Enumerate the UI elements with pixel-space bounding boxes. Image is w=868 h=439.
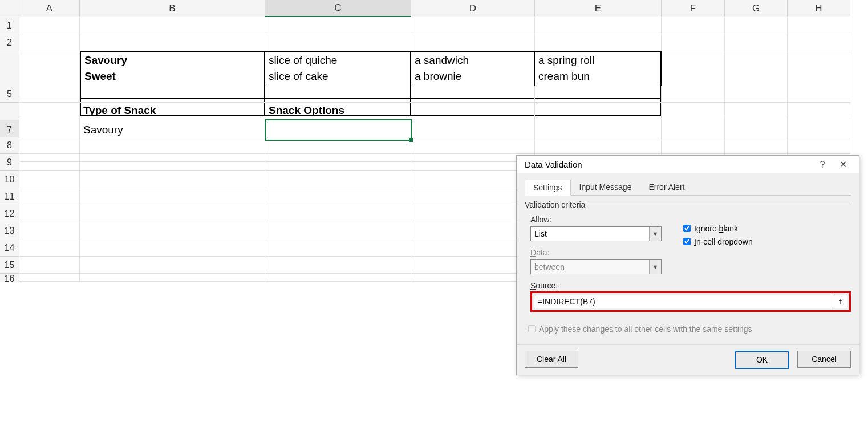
cell-C5[interactable] <box>265 86 411 103</box>
help-button[interactable]: ? <box>812 160 833 170</box>
row-header-1[interactable]: 1 <box>0 17 19 34</box>
cell-A8[interactable] <box>19 137 80 154</box>
cell-B13[interactable] <box>80 222 265 239</box>
cell-C15[interactable] <box>265 257 411 274</box>
col-header-F[interactable]: F <box>662 0 725 17</box>
ignore-blank-label: Ignore blank <box>694 224 738 233</box>
cell-B2[interactable] <box>80 34 265 51</box>
incell-dropdown-checkbox[interactable] <box>683 238 691 245</box>
cell-G5[interactable] <box>725 86 788 103</box>
data-label: Data: <box>530 248 549 257</box>
source-label: Source: <box>530 281 558 290</box>
cell-C11[interactable] <box>265 188 411 205</box>
cell-A13[interactable] <box>19 222 80 239</box>
cell-D1[interactable] <box>411 17 535 34</box>
close-button[interactable]: ✕ <box>833 159 853 170</box>
cell-E5[interactable] <box>535 86 662 103</box>
cell-H2[interactable] <box>788 34 850 51</box>
row-header-12[interactable]: 12 <box>0 205 19 222</box>
cell-C12[interactable] <box>265 205 411 222</box>
cell-C8[interactable] <box>265 137 411 154</box>
col-header-E[interactable]: E <box>535 0 662 17</box>
cell-C9[interactable] <box>265 154 411 171</box>
cell-C1[interactable] <box>265 17 411 34</box>
select-all-corner[interactable] <box>0 0 19 17</box>
cell-G8[interactable] <box>725 137 788 154</box>
cell-A10[interactable] <box>19 171 80 188</box>
cell-A2[interactable] <box>19 34 80 51</box>
allow-select[interactable]: List ▼ <box>530 226 662 241</box>
cell-E8[interactable] <box>535 137 662 154</box>
row-header-15[interactable]: 15 <box>0 257 19 274</box>
cell-B14[interactable] <box>80 239 265 257</box>
col-header-D[interactable]: D <box>411 0 535 17</box>
criteria-header: Validation criteria <box>525 200 585 209</box>
cell-G1[interactable] <box>725 17 788 34</box>
cell-B11[interactable] <box>80 188 265 205</box>
col-header-A[interactable]: A <box>19 0 80 17</box>
allow-label: Allow: <box>530 215 551 224</box>
cell-H5[interactable] <box>788 86 850 103</box>
cell-B8[interactable] <box>80 137 265 154</box>
cell-B15[interactable] <box>80 257 265 274</box>
row-header-9[interactable]: 9 <box>0 154 19 171</box>
cell-C16[interactable] <box>265 274 411 282</box>
cell-B5[interactable] <box>80 86 265 103</box>
col-header-G[interactable]: G <box>725 0 788 17</box>
col-header-H[interactable]: H <box>788 0 850 17</box>
cell-D8[interactable] <box>411 137 535 154</box>
dialog-tabs: Settings Input Message Error Alert <box>525 179 851 196</box>
tab-settings[interactable]: Settings <box>525 180 571 196</box>
cell-H8[interactable] <box>788 137 850 154</box>
cell-E2[interactable] <box>535 34 662 51</box>
cell-B16[interactable] <box>80 274 265 282</box>
row-header-8[interactable]: 8 <box>0 137 19 154</box>
cell-A14[interactable] <box>19 239 80 257</box>
cell-B1[interactable] <box>80 17 265 34</box>
cell-D2[interactable] <box>411 34 535 51</box>
cell-A12[interactable] <box>19 205 80 222</box>
tab-input-message[interactable]: Input Message <box>571 179 640 195</box>
row-header-2[interactable]: 2 <box>0 34 19 51</box>
cell-C13[interactable] <box>265 222 411 239</box>
dialog-title: Data Validation <box>525 160 812 169</box>
row-header-13[interactable]: 13 <box>0 222 19 239</box>
cell-F8[interactable] <box>662 137 725 154</box>
col-header-C[interactable]: C <box>265 0 411 17</box>
cell-C10[interactable] <box>265 171 411 188</box>
cell-F1[interactable] <box>662 17 725 34</box>
divider <box>589 205 851 205</box>
cell-B9[interactable] <box>80 154 265 171</box>
cell-B12[interactable] <box>80 205 265 222</box>
row-header-5[interactable]: 5 <box>0 86 19 103</box>
col-header-B[interactable]: B <box>80 0 265 17</box>
cell-A9[interactable] <box>19 154 80 171</box>
data-select: between ▼ <box>530 259 662 274</box>
cell-A11[interactable] <box>19 188 80 205</box>
row-header-16[interactable]: 16 <box>0 274 19 282</box>
cell-H1[interactable] <box>788 17 850 34</box>
ignore-blank-checkbox[interactable] <box>683 225 691 232</box>
cell-C2[interactable] <box>265 34 411 51</box>
incell-dropdown-label: In-cell dropdown <box>694 237 753 246</box>
cell-D5[interactable] <box>411 86 535 103</box>
cell-A15[interactable] <box>19 257 80 274</box>
cell-B10[interactable] <box>80 171 265 188</box>
row-header-14[interactable]: 14 <box>0 239 19 257</box>
tab-error-alert[interactable]: Error Alert <box>640 179 693 195</box>
row-header-11[interactable]: 11 <box>0 188 19 205</box>
cell-A16[interactable] <box>19 274 80 282</box>
dialog-titlebar[interactable]: Data Validation ? ✕ <box>517 156 859 173</box>
row-header-10[interactable]: 10 <box>0 171 19 188</box>
cell-F5[interactable] <box>662 86 725 103</box>
cell-A5[interactable] <box>19 86 80 103</box>
data-validation-dialog[interactable]: Data Validation ? ✕ Settings Input Messa… <box>516 155 859 291</box>
cell-G2[interactable] <box>725 34 788 51</box>
cell-F2[interactable] <box>662 34 725 51</box>
cell-A1[interactable] <box>19 17 80 34</box>
cell-C14[interactable] <box>265 239 411 257</box>
cell-E1[interactable] <box>535 17 662 34</box>
